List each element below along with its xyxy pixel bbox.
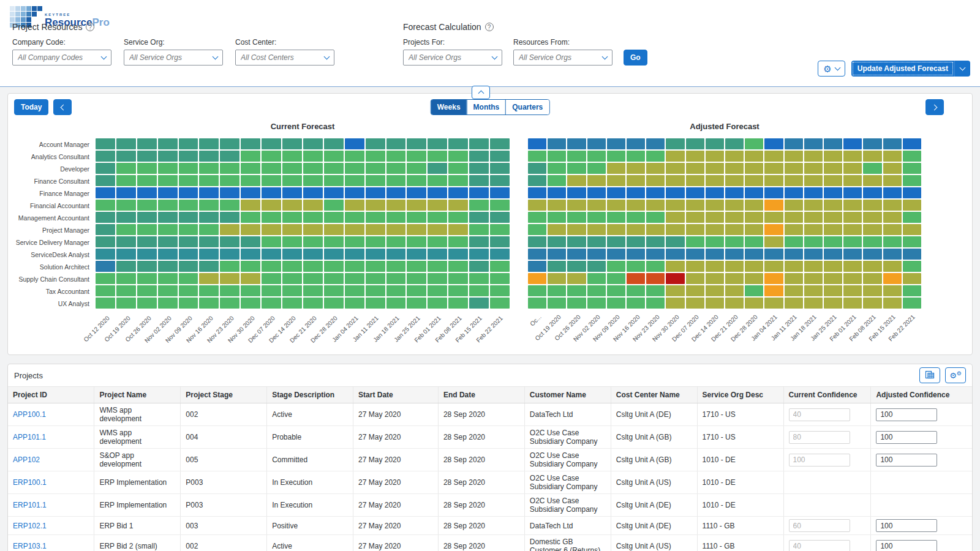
heatmap-cell[interactable] [469,175,489,186]
heatmap-cell[interactable] [548,151,566,162]
heatmap-cell[interactable] [686,236,704,247]
heatmap-cell[interactable] [220,236,239,247]
heatmap-cell[interactable] [764,298,783,309]
heatmap-cell[interactable] [345,249,364,260]
heatmap-cell[interactable] [745,200,763,211]
heatmap-cell[interactable] [528,151,546,162]
heatmap-cell[interactable] [686,163,704,174]
heatmap-cell[interactable] [903,285,921,296]
heatmap-cell[interactable] [428,200,447,211]
heatmap-cell[interactable] [303,151,323,162]
heatmap-cell[interactable] [490,187,510,198]
heatmap-cell[interactable] [725,236,744,247]
heatmap-cell[interactable] [706,261,724,272]
heatmap-cell[interactable] [199,175,219,186]
heatmap-cell[interactable] [490,261,510,272]
heatmap-cell[interactable] [448,212,468,223]
heatmap-cell[interactable] [345,163,364,174]
heatmap-cell[interactable] [137,261,157,272]
heatmap-cell[interactable] [469,212,489,223]
heatmap-cell[interactable] [903,175,921,186]
heatmap-cell[interactable] [706,187,724,198]
heatmap-cell[interactable] [804,163,823,174]
heatmap-cell[interactable] [843,224,862,235]
heatmap-cell[interactable] [804,187,823,198]
heatmap-cell[interactable] [843,249,862,260]
heatmap-cell[interactable] [96,298,115,309]
heatmap-cell[interactable] [883,224,902,235]
heatmap-cell[interactable] [116,298,136,309]
heatmap-cell[interactable] [745,138,763,149]
heatmap-cell[interactable] [303,261,323,272]
heatmap-cell[interactable] [725,298,744,309]
heatmap-cell[interactable] [386,224,406,235]
heatmap-cell[interactable] [490,200,510,211]
heatmap-cell[interactable] [903,200,921,211]
heatmap-cell[interactable] [824,298,842,309]
heatmap-cell[interactable] [448,285,468,296]
adjusted-confidence-input[interactable] [876,519,937,532]
heatmap-cell[interactable] [903,224,921,235]
heatmap-cell[interactable] [179,175,198,186]
heatmap-cell[interactable] [725,200,744,211]
heatmap-cell[interactable] [428,151,447,162]
heatmap-cell[interactable] [903,236,921,247]
heatmap-cell[interactable] [407,187,426,198]
heatmap-cell[interactable] [686,175,704,186]
resources-from-select[interactable]: All Service Orgs [513,50,612,66]
heatmap-cell[interactable] [785,273,803,284]
heatmap-cell[interactable] [567,175,586,186]
heatmap-cell[interactable] [666,236,684,247]
heatmap-cell[interactable] [764,212,783,223]
heatmap-cell[interactable] [706,163,724,174]
heatmap-cell[interactable] [587,261,606,272]
heatmap-cell[interactable] [686,285,704,296]
export-spreadsheet-button[interactable] [919,367,940,383]
heatmap-cell[interactable] [158,187,178,198]
heatmap-cell[interactable] [324,249,344,260]
heatmap-cell[interactable] [366,224,385,235]
project-link[interactable]: ERP102.1 [13,522,47,530]
heatmap-cell[interactable] [241,163,260,174]
heatmap-cell[interactable] [824,285,842,296]
heatmap-cell[interactable] [587,224,606,235]
heatmap-cell[interactable] [345,175,364,186]
heatmap-cell[interactable] [220,163,239,174]
heatmap-cell[interactable] [303,298,323,309]
heatmap-cell[interactable] [627,138,645,149]
heatmap-cell[interactable] [528,261,546,272]
heatmap-cell[interactable] [282,187,302,198]
heatmap-cell[interactable] [366,175,385,186]
heatmap-cell[interactable] [199,273,219,284]
heatmap-cell[interactable] [587,151,606,162]
heatmap-cell[interactable] [567,212,586,223]
heatmap-cell[interactable] [785,175,803,186]
heatmap-cell[interactable] [627,212,645,223]
heatmap-cell[interactable] [407,298,426,309]
heatmap-cell[interactable] [607,224,625,235]
heatmap-cell[interactable] [528,175,546,186]
heatmap-cell[interactable] [220,138,239,149]
heatmap-cell[interactable] [220,298,239,309]
heatmap-cell[interactable] [448,224,468,235]
heatmap-cell[interactable] [158,163,178,174]
heatmap-cell[interactable] [863,175,881,186]
heatmap-cell[interactable] [220,261,239,272]
heatmap-cell[interactable] [903,212,921,223]
heatmap-cell[interactable] [96,236,115,247]
heatmap-cell[interactable] [179,236,198,247]
heatmap-cell[interactable] [646,236,665,247]
heatmap-cell[interactable] [824,151,842,162]
heatmap-cell[interactable] [262,261,281,272]
heatmap-cell[interactable] [96,249,115,260]
heatmap-cell[interactable] [725,285,744,296]
heatmap-cell[interactable] [137,212,157,223]
settings-dropdown-button[interactable]: ⚙ [818,61,845,77]
heatmap-cell[interactable] [282,175,302,186]
heatmap-cell[interactable] [137,249,157,260]
heatmap-cell[interactable] [764,249,783,260]
heatmap-cell[interactable] [843,273,862,284]
project-link[interactable]: APP102 [13,455,40,464]
heatmap-cell[interactable] [199,200,219,211]
heatmap-cell[interactable] [706,200,724,211]
